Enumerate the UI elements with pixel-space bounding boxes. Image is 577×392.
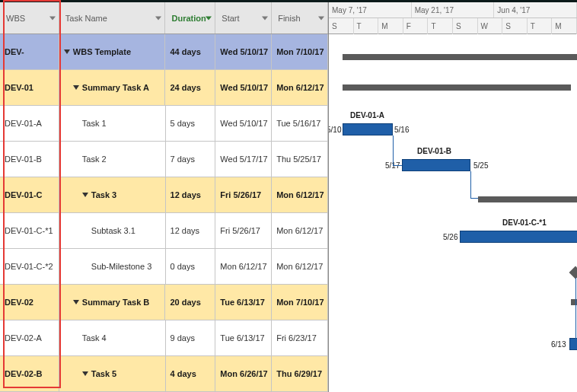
- task-bar-dev02a[interactable]: [569, 338, 577, 350]
- cell-wbs[interactable]: DEV-01-A: [0, 106, 59, 141]
- table-row[interactable]: DEV-01-ATask 15 daysWed 5/10/17Tue 5/16/…: [0, 106, 328, 142]
- chevron-down-icon[interactable]: [49, 16, 56, 20]
- col-header-name[interactable]: Task Name: [59, 2, 166, 33]
- cell-finish[interactable]: Mon 7/10/17: [272, 34, 328, 69]
- cell-finish[interactable]: Mon 6/12/17: [272, 70, 328, 105]
- cell-start[interactable]: Fri 5/26/17: [215, 213, 272, 248]
- timeline-day: T: [528, 18, 553, 34]
- summary-bar-dev01c[interactable]: [478, 196, 577, 202]
- cell-duration[interactable]: 12 days: [166, 177, 216, 212]
- timeline-day: T: [428, 18, 453, 34]
- cell-start[interactable]: Fri 5/26/17: [215, 177, 272, 212]
- gantt-chart[interactable]: May 7, '17May 21, '17Jun 4, '17 STMFTSWS…: [329, 2, 577, 392]
- cell-name[interactable]: Sub-Milestone 3: [59, 249, 166, 284]
- summary-bar-root[interactable]: [343, 54, 577, 60]
- cell-start[interactable]: Tue 6/13/17: [215, 285, 272, 320]
- chevron-down-icon[interactable]: [262, 16, 268, 20]
- cell-duration[interactable]: 4 days: [166, 356, 216, 391]
- cell-finish[interactable]: Mon 6/12/17: [272, 249, 328, 284]
- cell-duration[interactable]: 7 days: [166, 142, 216, 177]
- gantt-date-label: 6/13: [551, 340, 566, 349]
- collapse-icon[interactable]: [82, 193, 88, 197]
- dependency-link: [470, 171, 471, 198]
- cell-duration[interactable]: 44 days: [165, 34, 215, 69]
- chevron-down-icon[interactable]: [155, 16, 161, 20]
- cell-start[interactable]: Wed 5/17/17: [215, 142, 272, 177]
- cell-start[interactable]: Wed 5/10/17: [215, 34, 272, 69]
- col-header-wbs[interactable]: WBS: [0, 2, 59, 33]
- cell-wbs[interactable]: DEV-: [0, 34, 59, 69]
- task-name-label: Subtask 3.1: [91, 226, 135, 235]
- collapse-icon[interactable]: [73, 300, 79, 304]
- cell-wbs[interactable]: DEV-01: [0, 70, 59, 105]
- cell-name[interactable]: Task 5: [59, 356, 166, 391]
- task-grid: WBS Task Name Duration Start Finish DEV-…: [0, 2, 329, 392]
- cell-name[interactable]: Task 2: [59, 142, 166, 177]
- chevron-down-icon[interactable]: [318, 16, 324, 20]
- cell-name[interactable]: Task 3: [59, 177, 166, 212]
- table-row[interactable]: DEV-01-C-*2Sub-Milestone 30 daysMon 6/12…: [0, 249, 328, 285]
- cell-duration[interactable]: 12 days: [166, 213, 216, 248]
- task-name-label: Sub-Milestone 3: [91, 262, 152, 271]
- table-row[interactable]: DEV-01-C-*1Subtask 3.112 daysFri 5/26/17…: [0, 213, 328, 249]
- cell-name[interactable]: WBS Template: [59, 34, 166, 69]
- cell-wbs[interactable]: DEV-02-A: [0, 320, 59, 355]
- cell-duration[interactable]: 20 days: [165, 285, 215, 320]
- gantt-body[interactable]: DEV-01-A 5/10 5/16 DEV-01-B 5/17 5/25 DE…: [329, 34, 577, 392]
- cell-start[interactable]: Mon 6/26/17: [215, 356, 272, 391]
- cell-name[interactable]: Subtask 3.1: [59, 213, 166, 248]
- table-row[interactable]: DEV-WBS Template44 daysWed 5/10/17Mon 7/…: [0, 34, 328, 70]
- collapse-icon[interactable]: [82, 371, 88, 376]
- timeline-day: T: [354, 18, 379, 34]
- cell-start[interactable]: Wed 5/10/17: [215, 70, 272, 105]
- task-bar-dev01b[interactable]: [402, 159, 470, 171]
- cell-finish[interactable]: Mon 6/12/17: [272, 177, 328, 212]
- cell-duration[interactable]: 5 days: [166, 106, 216, 141]
- cell-duration[interactable]: 0 days: [166, 249, 216, 284]
- col-header-duration[interactable]: Duration: [165, 2, 215, 33]
- task-bar-dev01a[interactable]: [343, 123, 393, 135]
- task-name-label: WBS Template: [73, 47, 131, 56]
- cell-finish[interactable]: Thu 5/25/17: [272, 142, 328, 177]
- cell-finish[interactable]: Fri 6/23/17: [272, 320, 328, 355]
- cell-finish[interactable]: Mon 6/12/17: [272, 213, 328, 248]
- cell-name[interactable]: Task 1: [59, 106, 166, 141]
- timeline-day: S: [453, 18, 478, 34]
- collapse-icon[interactable]: [64, 49, 70, 54]
- cell-wbs[interactable]: DEV-01-C: [0, 177, 59, 212]
- cell-finish[interactable]: Mon 7/10/17: [272, 285, 328, 320]
- cell-wbs[interactable]: DEV-01-B: [0, 142, 59, 177]
- table-row[interactable]: DEV-02-BTask 54 daysMon 6/26/17Thu 6/29/…: [0, 356, 328, 392]
- task-bar-dev01c1[interactable]: [460, 231, 577, 243]
- col-header-start[interactable]: Start: [215, 2, 272, 33]
- cell-name[interactable]: Summary Task B: [59, 285, 166, 320]
- timeline-day: S: [329, 18, 354, 34]
- cell-wbs[interactable]: DEV-02-B: [0, 356, 59, 391]
- timeline-day: W: [478, 18, 503, 34]
- cell-wbs[interactable]: DEV-02: [0, 285, 59, 320]
- milestone-dev01c2[interactable]: [569, 266, 577, 279]
- chevron-down-icon[interactable]: [206, 16, 212, 20]
- cell-wbs[interactable]: DEV-01-C-*1: [0, 213, 59, 248]
- cell-duration[interactable]: 24 days: [165, 70, 215, 105]
- table-row[interactable]: DEV-02-ATask 49 daysTue 6/13/17Fri 6/23/…: [0, 320, 328, 356]
- grid-header: WBS Task Name Duration Start Finish: [0, 2, 328, 34]
- task-name-label: Task 1: [82, 119, 107, 128]
- cell-start[interactable]: Mon 6/12/17: [215, 249, 272, 284]
- timeline-month: Jun 4, '17: [494, 2, 577, 18]
- table-row[interactable]: DEV-02Summary Task B20 daysTue 6/13/17Mo…: [0, 285, 328, 320]
- cell-finish[interactable]: Tue 5/16/17: [272, 106, 328, 141]
- cell-wbs[interactable]: DEV-01-C-*2: [0, 249, 59, 284]
- table-row[interactable]: DEV-01-CTask 312 daysFri 5/26/17Mon 6/12…: [0, 177, 328, 213]
- cell-finish[interactable]: Thu 6/29/17: [272, 356, 328, 391]
- cell-name[interactable]: Task 4: [59, 320, 166, 355]
- cell-name[interactable]: Summary Task A: [59, 70, 166, 105]
- cell-start[interactable]: Tue 6/13/17: [215, 320, 272, 355]
- cell-start[interactable]: Wed 5/10/17: [215, 106, 272, 141]
- cell-duration[interactable]: 9 days: [166, 320, 216, 355]
- col-header-finish[interactable]: Finish: [272, 2, 328, 33]
- collapse-icon[interactable]: [73, 85, 79, 90]
- table-row[interactable]: DEV-01Summary Task A24 daysWed 5/10/17Mo…: [0, 70, 328, 106]
- table-row[interactable]: DEV-01-BTask 27 daysWed 5/17/17Thu 5/25/…: [0, 142, 328, 177]
- summary-bar-dev01[interactable]: [343, 84, 571, 91]
